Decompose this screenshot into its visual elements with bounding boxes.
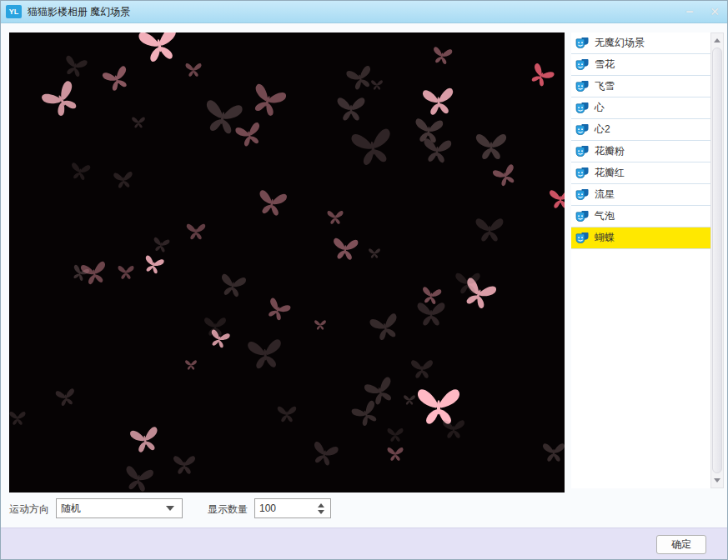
scene-list-item[interactable]: 流星 (571, 184, 710, 206)
scene-list-item[interactable]: 心 (571, 98, 710, 119)
scene-item-label: 气泡 (595, 209, 615, 223)
butterfly-sprite (326, 208, 344, 227)
count-value: 100 (259, 502, 276, 514)
butterfly-sprite (112, 168, 135, 192)
count-label: 显示数量 (208, 502, 248, 517)
title-bar: YL 猫猫影楼相册 魔幻场景 – ✕ (1, 1, 727, 23)
butterfly-sprite (78, 257, 110, 289)
butterfly-sprite (68, 159, 93, 184)
theater-mask-icon (575, 167, 590, 179)
butterfly-sprite (53, 385, 78, 410)
butterfly-sprite (370, 78, 384, 92)
scene-list-item[interactable]: 花瓣红 (571, 162, 710, 184)
butterfly-sprite (386, 426, 404, 444)
spinner-up-icon[interactable] (318, 503, 324, 508)
butterfly-sprite (261, 293, 294, 327)
scene-list-item[interactable]: 花瓣粉 (571, 141, 710, 162)
minimize-button[interactable]: – (677, 1, 702, 22)
scene-item-label: 花瓣红 (595, 166, 625, 180)
butterfly-sprite (232, 118, 267, 152)
scene-item-label: 飞雪 (595, 79, 615, 93)
scrollbar-thumb[interactable] (712, 48, 722, 473)
theater-mask-icon (575, 80, 590, 92)
window-title: 猫猫影楼相册 魔幻场景 (28, 5, 130, 19)
arrow-down-icon (714, 478, 720, 482)
arrow-up-icon (714, 38, 720, 42)
butterfly-sprite (276, 403, 298, 425)
theater-mask-icon (575, 145, 590, 158)
butterfly-sprite (525, 59, 559, 93)
butterfly-sprite (335, 93, 367, 125)
butterfly-sprite (206, 326, 233, 352)
butterfly-sprite (185, 221, 207, 242)
chevron-down-icon (166, 506, 174, 511)
butterfly-sprite (150, 234, 171, 255)
butterfly-sprite (254, 185, 290, 222)
scene-list-item[interactable]: 蝴蝶 (571, 228, 710, 249)
dialog-window: YL 猫猫影楼相册 魔幻场景 – ✕ 无魔幻场景雪花飞雪心心2花瓣粉花瓣红流星气… (0, 0, 728, 560)
butterfly-sprite (140, 252, 167, 278)
scroll-down-button[interactable] (711, 474, 723, 487)
butterfly-sprite (548, 187, 565, 212)
butterfly-sprite (474, 129, 509, 164)
preview-canvas (9, 32, 565, 492)
butterfly-sprite (134, 32, 184, 70)
butterfly-sprite (347, 122, 399, 174)
butterfly-sprite (131, 115, 146, 130)
footer-bar: 确定 (1, 528, 727, 559)
butterfly-sprite (127, 422, 163, 458)
butterfly-sprite (314, 318, 327, 332)
butterfly-sprite (172, 452, 197, 478)
scene-list-scrollbar[interactable] (710, 32, 724, 488)
butterfly-sprite (244, 333, 286, 375)
butterfly-sprite (9, 409, 27, 428)
butterfly-sprite (184, 61, 203, 79)
ok-button[interactable]: 确定 (656, 535, 706, 554)
scene-item-label: 心2 (595, 122, 610, 137)
butterfly-sprite (474, 214, 505, 246)
butterfly-sprite (244, 78, 291, 124)
scene-list-item[interactable]: 气泡 (571, 206, 710, 228)
butterfly-sprite (386, 445, 404, 463)
spinner-down-icon[interactable] (318, 510, 324, 514)
butterfly-sprite (117, 263, 135, 282)
count-spinner[interactable]: 100 (254, 498, 331, 518)
butterfly-sprite (409, 357, 434, 382)
butterfly-sprite (429, 43, 454, 68)
butterfly-sprite (419, 133, 454, 168)
butterfly-sprite (184, 358, 198, 372)
theater-mask-icon (575, 232, 590, 244)
butterfly-sprite (490, 160, 521, 192)
direction-value: 随机 (61, 502, 81, 516)
scroll-up-button[interactable] (711, 34, 723, 47)
butterfly-sprite (307, 437, 342, 472)
scene-item-label: 蝴蝶 (595, 231, 615, 245)
close-button[interactable]: ✕ (702, 1, 727, 22)
butterfly-sprite (415, 298, 447, 330)
scene-item-label: 无魔幻场景 (595, 36, 645, 50)
butterfly-sprite (330, 234, 361, 265)
theater-mask-icon (575, 37, 590, 49)
scene-item-label: 心 (595, 101, 605, 115)
butterfly-sprite (441, 417, 466, 442)
direction-select[interactable]: 随机 (56, 498, 183, 518)
scene-list-item[interactable]: 雪花 (571, 54, 710, 76)
scene-list-item[interactable]: 飞雪 (571, 76, 710, 98)
theater-mask-icon (575, 210, 590, 222)
direction-label: 运动方向 (9, 502, 49, 517)
butterfly-sprite (216, 269, 249, 302)
butterfly-sprite (366, 308, 405, 348)
theater-mask-icon (575, 102, 590, 114)
butterfly-sprite (98, 61, 135, 98)
scene-item-label: 雪花 (595, 58, 615, 72)
scene-list-item[interactable]: 心2 (571, 119, 710, 141)
scene-list-item[interactable]: 无魔幻场景 (571, 32, 710, 54)
scene-item-label: 花瓣粉 (595, 144, 625, 158)
scene-item-label: 流星 (595, 188, 615, 202)
app-icon: YL (6, 5, 22, 18)
scene-list: 无魔幻场景雪花飞雪心心2花瓣粉花瓣红流星气泡蝴蝶 (571, 32, 710, 488)
butterfly-sprite (36, 74, 88, 127)
theater-mask-icon (575, 123, 590, 136)
butterfly-sprite (368, 247, 381, 260)
butterfly-sprite (120, 461, 157, 492)
